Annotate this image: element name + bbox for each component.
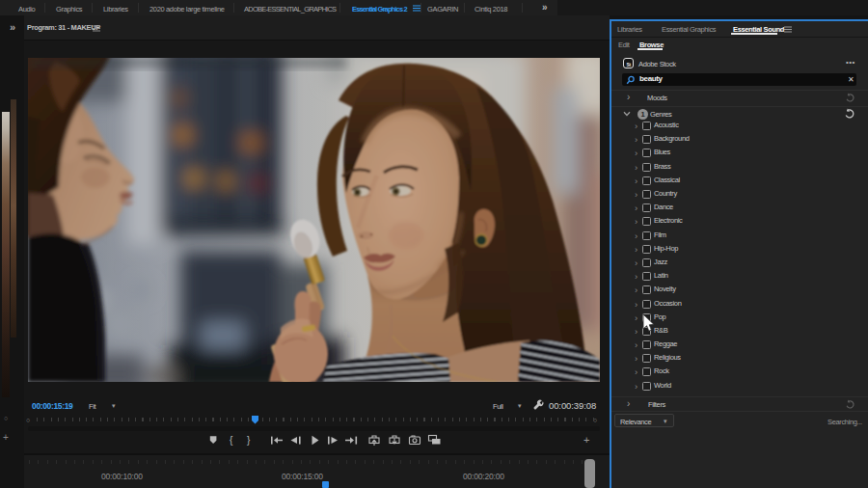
- svg-text:}: }: [247, 435, 251, 446]
- svg-text:{: {: [230, 435, 233, 446]
